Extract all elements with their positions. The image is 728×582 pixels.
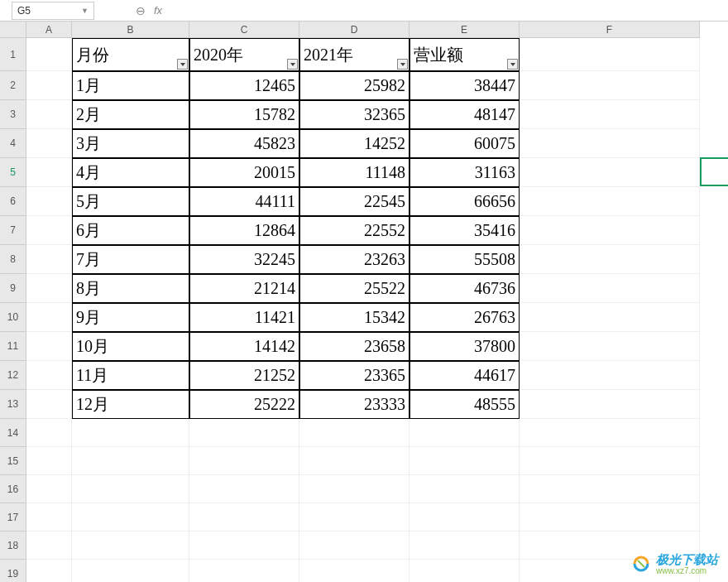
- cell-B1[interactable]: 月份: [72, 38, 189, 71]
- cell-E16[interactable]: [410, 475, 520, 503]
- cell-B5[interactable]: 4月: [72, 158, 189, 187]
- cell-A11[interactable]: [26, 332, 72, 361]
- cell-F7[interactable]: [520, 216, 700, 245]
- cell-F11[interactable]: [520, 332, 700, 361]
- cell-E5[interactable]: 31163: [410, 158, 520, 187]
- cell-C1[interactable]: 2020年: [189, 38, 299, 71]
- cell-E7[interactable]: 35416: [410, 216, 520, 245]
- cell-B2[interactable]: 1月: [72, 71, 189, 100]
- cell-C3[interactable]: 15782: [189, 100, 299, 129]
- cell-A6[interactable]: [26, 187, 72, 216]
- cell-F17[interactable]: [520, 503, 700, 531]
- cell-B15[interactable]: [72, 447, 189, 475]
- cell-A1[interactable]: [26, 38, 72, 71]
- cell-A13[interactable]: [26, 390, 72, 419]
- cell-A18[interactable]: [26, 531, 72, 560]
- cell-C11[interactable]: 14142: [189, 332, 299, 361]
- cell-A3[interactable]: [26, 100, 72, 129]
- cell-A2[interactable]: [26, 71, 72, 100]
- cell-B11[interactable]: 10月: [72, 332, 189, 361]
- cell-B13[interactable]: 12月: [72, 390, 189, 419]
- cell-A10[interactable]: [26, 303, 72, 332]
- cell-F16[interactable]: [520, 475, 700, 503]
- cell-D7[interactable]: 22552: [299, 216, 410, 245]
- cell-E10[interactable]: 26763: [410, 303, 520, 332]
- row-header-5[interactable]: 5: [0, 158, 26, 187]
- filter-dropdown-icon[interactable]: [507, 59, 518, 70]
- row-header-14[interactable]: 14: [0, 419, 26, 447]
- cell-E19[interactable]: [410, 560, 520, 582]
- col-header-F[interactable]: F: [520, 22, 700, 38]
- cell-F14[interactable]: [520, 419, 700, 447]
- name-box-dropdown-icon[interactable]: ▼: [81, 7, 89, 15]
- cell-A9[interactable]: [26, 274, 72, 303]
- cell-A16[interactable]: [26, 475, 72, 503]
- cell-A14[interactable]: [26, 419, 72, 447]
- cell-F2[interactable]: [520, 71, 700, 100]
- cell-F9[interactable]: [520, 274, 700, 303]
- cell-D6[interactable]: 22545: [299, 187, 410, 216]
- cell-B3[interactable]: 2月: [72, 100, 189, 129]
- cell-D18[interactable]: [299, 531, 410, 560]
- row-header-12[interactable]: 12: [0, 361, 26, 390]
- cell-D1[interactable]: 2021年: [299, 38, 410, 71]
- cell-F6[interactable]: [520, 187, 700, 216]
- cell-C2[interactable]: 12465: [189, 71, 299, 100]
- cell-A19[interactable]: [26, 560, 72, 582]
- cell-A7[interactable]: [26, 216, 72, 245]
- col-header-E[interactable]: E: [410, 22, 520, 38]
- row-header-18[interactable]: 18: [0, 531, 26, 560]
- col-header-B[interactable]: B: [72, 22, 189, 38]
- row-header-19[interactable]: 19: [0, 560, 26, 582]
- cell-C7[interactable]: 12864: [189, 216, 299, 245]
- cell-D11[interactable]: 23658: [299, 332, 410, 361]
- row-header-1[interactable]: 1: [0, 38, 26, 71]
- cell-D17[interactable]: [299, 503, 410, 531]
- cell-F12[interactable]: [520, 361, 700, 390]
- cell-C9[interactable]: 21214: [189, 274, 299, 303]
- row-header-9[interactable]: 9: [0, 274, 26, 303]
- cell-B17[interactable]: [72, 503, 189, 531]
- cell-F3[interactable]: [520, 100, 700, 129]
- fx-label[interactable]: fx: [154, 4, 162, 17]
- row-header-4[interactable]: 4: [0, 129, 26, 158]
- col-header-D[interactable]: D: [299, 22, 410, 38]
- cell-D16[interactable]: [299, 475, 410, 503]
- cell-C17[interactable]: [189, 503, 299, 531]
- row-header-7[interactable]: 7: [0, 216, 26, 245]
- cell-F4[interactable]: [520, 129, 700, 158]
- row-header-13[interactable]: 13: [0, 390, 26, 419]
- cell-A15[interactable]: [26, 447, 72, 475]
- cell-C18[interactable]: [189, 531, 299, 560]
- cell-F8[interactable]: [520, 245, 700, 274]
- col-header-C[interactable]: C: [189, 22, 299, 38]
- cell-C15[interactable]: [189, 447, 299, 475]
- row-header-15[interactable]: 15: [0, 447, 26, 475]
- cell-D2[interactable]: 25982: [299, 71, 410, 100]
- cell-E12[interactable]: 44617: [410, 361, 520, 390]
- cell-E17[interactable]: [410, 503, 520, 531]
- cell-D8[interactable]: 23263: [299, 245, 410, 274]
- cell-C13[interactable]: 25222: [189, 390, 299, 419]
- cell-E6[interactable]: 66656: [410, 187, 520, 216]
- cancel-formula-icon[interactable]: ⊖: [136, 4, 146, 17]
- cell-B7[interactable]: 6月: [72, 216, 189, 245]
- cell-C14[interactable]: [189, 419, 299, 447]
- cell-D3[interactable]: 32365: [299, 100, 410, 129]
- cell-E14[interactable]: [410, 419, 520, 447]
- cell-D12[interactable]: 23365: [299, 361, 410, 390]
- cell-D13[interactable]: 23333: [299, 390, 410, 419]
- cell-F13[interactable]: [520, 390, 700, 419]
- cell-C12[interactable]: 21252: [189, 361, 299, 390]
- filter-dropdown-icon[interactable]: [177, 59, 188, 70]
- cell-E1[interactable]: 营业额: [410, 38, 520, 71]
- row-header-3[interactable]: 3: [0, 100, 26, 129]
- row-header-2[interactable]: 2: [0, 71, 26, 100]
- row-header-10[interactable]: 10: [0, 303, 26, 332]
- row-header-11[interactable]: 11: [0, 332, 26, 361]
- select-all-corner[interactable]: [0, 22, 26, 38]
- cell-C5[interactable]: 20015: [189, 158, 299, 187]
- cell-B9[interactable]: 8月: [72, 274, 189, 303]
- cell-B8[interactable]: 7月: [72, 245, 189, 274]
- row-header-6[interactable]: 6: [0, 187, 26, 216]
